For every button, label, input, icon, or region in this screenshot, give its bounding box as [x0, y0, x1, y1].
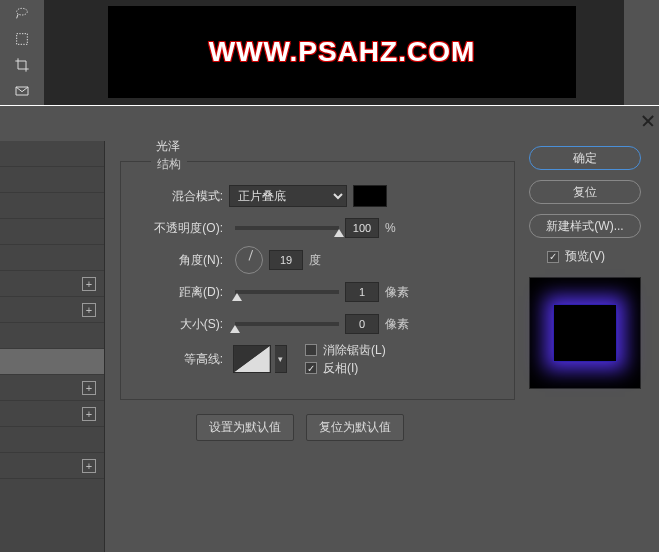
- blend-mode-select[interactable]: 正片叠底: [229, 185, 347, 207]
- style-row[interactable]: +: [0, 375, 104, 401]
- layer-style-dialog: + + + + + 光泽 结构 混合模式: 正片叠底 不透明度(O):: [0, 105, 659, 552]
- size-unit: 像素: [385, 316, 409, 333]
- cancel-button[interactable]: 复位: [529, 180, 641, 204]
- plus-icon[interactable]: +: [82, 381, 96, 395]
- invert-checkbox[interactable]: [305, 362, 317, 374]
- contour-row: 等高线: ▾ 消除锯齿(L) 反相(I): [141, 341, 494, 377]
- angle-row: 角度(N): 度: [141, 245, 494, 275]
- angle-unit: 度: [309, 252, 321, 269]
- distance-unit: 像素: [385, 284, 409, 301]
- angle-label: 角度(N):: [141, 252, 223, 269]
- banner-text: WWW.PSAHZ.COM: [209, 36, 476, 68]
- plus-icon[interactable]: +: [82, 303, 96, 317]
- angle-input[interactable]: [269, 250, 303, 270]
- style-row[interactable]: [0, 141, 104, 167]
- section-title: 光泽: [156, 138, 515, 155]
- style-row[interactable]: [0, 245, 104, 271]
- preview-label: 预览(V): [565, 248, 605, 265]
- dialog-right-column: 确定 复位 新建样式(W)... 预览(V): [529, 146, 647, 389]
- contour-dropdown-icon[interactable]: ▾: [275, 345, 287, 373]
- svg-point-0: [17, 8, 28, 15]
- close-icon[interactable]: [641, 114, 655, 128]
- size-input[interactable]: [345, 314, 379, 334]
- styles-list: + + + + +: [0, 141, 105, 552]
- new-style-button[interactable]: 新建样式(W)...: [529, 214, 641, 238]
- structure-fieldset: 结构 混合模式: 正片叠底 不透明度(O): % 角度(N):: [120, 161, 515, 400]
- plus-icon[interactable]: +: [82, 277, 96, 291]
- antialias-checkbox[interactable]: [305, 344, 317, 356]
- selection-tool[interactable]: [8, 27, 36, 51]
- color-swatch[interactable]: [353, 185, 387, 207]
- preview-thumbnail: [529, 277, 641, 389]
- style-row[interactable]: [0, 427, 104, 453]
- distance-input[interactable]: [345, 282, 379, 302]
- ok-button[interactable]: 确定: [529, 146, 641, 170]
- blend-mode-label: 混合模式:: [141, 188, 223, 205]
- opacity-label: 不透明度(O):: [141, 220, 223, 237]
- envelope-tool[interactable]: [8, 79, 36, 103]
- style-row-selected[interactable]: [0, 349, 104, 375]
- opacity-input[interactable]: [345, 218, 379, 238]
- style-row[interactable]: [0, 193, 104, 219]
- settings-panel: 光泽 结构 混合模式: 正片叠底 不透明度(O): %: [120, 138, 515, 441]
- crop-tool[interactable]: [8, 53, 36, 77]
- distance-row: 距离(D): 像素: [141, 277, 494, 307]
- style-row[interactable]: +: [0, 401, 104, 427]
- contour-label: 等高线:: [141, 351, 223, 368]
- set-default-button[interactable]: 设置为默认值: [196, 414, 294, 441]
- distance-label: 距离(D):: [141, 284, 223, 301]
- opacity-unit: %: [385, 221, 396, 235]
- tools-toolbar: [0, 0, 44, 105]
- blend-mode-row: 混合模式: 正片叠底: [141, 181, 494, 211]
- canvas-content: WWW.PSAHZ.COM: [108, 6, 576, 98]
- style-row[interactable]: +: [0, 453, 104, 479]
- size-slider[interactable]: [235, 322, 339, 326]
- opacity-row: 不透明度(O): %: [141, 213, 494, 243]
- antialias-label: 消除锯齿(L): [323, 342, 386, 359]
- fieldset-legend: 结构: [151, 156, 187, 173]
- style-row[interactable]: +: [0, 297, 104, 323]
- contour-picker[interactable]: [233, 345, 271, 373]
- style-row[interactable]: [0, 323, 104, 349]
- opacity-slider[interactable]: [235, 226, 339, 230]
- style-row[interactable]: +: [0, 271, 104, 297]
- canvas-area: WWW.PSAHZ.COM: [0, 0, 659, 105]
- style-row[interactable]: [0, 167, 104, 193]
- size-row: 大小(S): 像素: [141, 309, 494, 339]
- angle-dial[interactable]: [235, 246, 263, 274]
- style-row[interactable]: [0, 219, 104, 245]
- lasso-tool[interactable]: [8, 1, 36, 25]
- preview-glow: [553, 304, 617, 362]
- preview-checkbox[interactable]: [547, 251, 559, 263]
- plus-icon[interactable]: +: [82, 407, 96, 421]
- svg-rect-1: [17, 34, 28, 45]
- reset-default-button[interactable]: 复位为默认值: [306, 414, 404, 441]
- distance-slider[interactable]: [235, 290, 339, 294]
- size-label: 大小(S):: [141, 316, 223, 333]
- invert-label: 反相(I): [323, 360, 358, 377]
- plus-icon[interactable]: +: [82, 459, 96, 473]
